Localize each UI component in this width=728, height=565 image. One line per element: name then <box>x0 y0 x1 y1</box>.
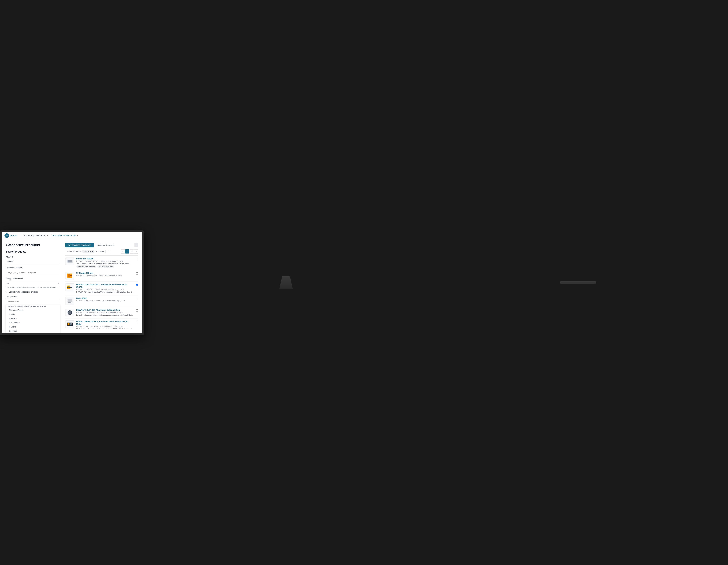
product-meta: DEWALT · DW896 · 76829 Product Matched A… <box>76 274 134 276</box>
logo[interactable]: aqadia <box>4 233 17 238</box>
results-header: CATEGORIZE PRODUCTS 1 Selected Products … <box>65 243 138 247</box>
navbar: aqadia PRODUCT MANAGEMENT ▾ CATEGORY MAN… <box>2 232 142 239</box>
pagination-row: 1-100 of 147 results 100/page 50/page 25… <box>65 249 138 253</box>
product-meta: DEWALT · DXH135HD · 76869 Product Matche… <box>76 300 134 302</box>
dropdown-item-caddy[interactable]: Caddy <box>6 312 60 317</box>
svg-rect-13 <box>68 299 72 302</box>
only-uncategorized-checkbox[interactable] <box>6 291 8 293</box>
product-checkbox-wrapper <box>136 284 138 287</box>
category-max-depth-label: Category Max Depth <box>6 277 60 280</box>
dropdown-item-spotnails[interactable]: Spotnails <box>6 329 60 333</box>
chevron-down-icon: ▾ <box>77 235 78 236</box>
categorize-products-button[interactable]: CATEGORIZE PRODUCTS <box>65 243 94 247</box>
only-uncategorized-label[interactable]: Only show uncategorized products <box>9 291 38 293</box>
product-desc: Large C4 micrograin carbide teeth are pr… <box>76 314 134 316</box>
category-max-depth-select[interactable]: 1 2 3 4 5 <box>6 281 60 286</box>
product-list: Punch for DW899 DEWALT · DW8997 · 76845 … <box>65 255 138 329</box>
svg-rect-4 <box>68 260 72 262</box>
product-image <box>65 284 74 291</box>
logo-icon <box>4 233 9 238</box>
product-checkbox-wrapper <box>136 258 138 261</box>
product-checkbox[interactable] <box>136 272 138 274</box>
product-checkbox-wrapper <box>136 272 138 275</box>
svg-rect-16 <box>70 303 71 303</box>
product-name: 16 Gauge Nibbler <box>76 272 134 274</box>
manufacturer-container: Manufacturers From Shown Products Black … <box>6 299 60 304</box>
nav-category-management[interactable]: CATEGORY MANAGEMENT ▾ <box>50 234 79 237</box>
deselect-button[interactable]: − <box>134 243 138 247</box>
page-2-button[interactable]: 2 <box>130 249 134 253</box>
dropdown-item-radians[interactable]: Radians <box>6 325 60 329</box>
nav-product-management[interactable]: PRODUCT MANAGEMENT ▾ <box>21 234 49 237</box>
product-desc: DEWALT 20 V max lithium ion 3/8 In. impa… <box>76 291 134 293</box>
product-item: DEWALT Hole Saw Kit, Standard Electricia… <box>65 319 138 329</box>
dropdown-item-black-decker[interactable]: Black and Decker <box>6 308 60 312</box>
page-title: Categorize Products <box>6 243 60 247</box>
product-checkbox[interactable] <box>136 310 138 312</box>
product-image <box>65 309 74 317</box>
chevron-down-icon: ▾ <box>47 235 48 236</box>
product-image <box>65 272 74 279</box>
product-info: Punch for DW899 DEWALT · DW8997 · 76845 … <box>76 257 134 268</box>
product-name: DEWALT 5-3/8" 30T Aluminum Cutting 20mm <box>76 309 134 311</box>
product-meta: DEWALT · DCF883L2 · 76853 Product Matche… <box>76 289 134 291</box>
manufacturer-label: Manufacturer <box>6 296 60 298</box>
product-tags: Manufacturer Categories Nibbler Attachme… <box>76 265 134 268</box>
product-desc: The DW8997 is a Punch for the DW899 Heav… <box>76 263 134 265</box>
product-list-scroll: Punch for DW899 DEWALT · DW8997 · 76845 … <box>65 255 138 329</box>
distributor-category-label: Distributor Category <box>6 266 60 269</box>
svg-rect-25 <box>70 325 71 326</box>
svg-rect-22 <box>68 323 69 326</box>
next-page-button[interactable]: › <box>134 249 138 253</box>
product-meta: DEWALT · DW7666 · 76847 Product Matched … <box>76 312 134 314</box>
category-max-depth-wrapper: 1 2 3 4 5 <box>6 281 60 286</box>
main-content: Categorize Products Search Products Keyw… <box>2 239 142 333</box>
category-max-depth-hint: Only include results that have been cate… <box>6 287 60 288</box>
logo-text: aqadia <box>10 234 17 237</box>
distributor-category-input[interactable] <box>6 270 60 275</box>
product-checkbox-wrapper <box>136 310 138 312</box>
selected-count: 1 Selected Products <box>96 244 114 246</box>
product-checkbox[interactable] <box>136 284 138 287</box>
dropdown-item-drill-america[interactable]: Drill America <box>6 321 60 325</box>
product-tag: Nibbler Attachments <box>97 265 114 268</box>
right-panel: CATEGORIZE PRODUCTS 1 Selected Products … <box>65 243 138 329</box>
go-to-page: Go to page <box>96 250 111 253</box>
svg-point-2 <box>7 235 7 236</box>
product-checkbox[interactable] <box>136 258 138 260</box>
svg-rect-23 <box>70 323 71 324</box>
svg-rect-9 <box>69 287 72 288</box>
product-item: DEWALT 20V Max* 3/8" Cordless Impact Wre… <box>65 281 138 295</box>
product-checkbox[interactable] <box>136 321 138 323</box>
svg-rect-15 <box>69 303 70 303</box>
product-info: DEWALT 5-3/8" 30T Aluminum Cutting 20mm … <box>76 309 134 316</box>
prev-page-button[interactable]: ‹ <box>121 249 125 253</box>
svg-point-11 <box>68 287 69 288</box>
category-max-depth-group: Category Max Depth 1 2 3 4 5 Only includ… <box>6 277 60 288</box>
product-image <box>65 257 74 265</box>
svg-point-20 <box>69 312 70 313</box>
product-info: DEWALT 20V Max* 3/8" Cordless Impact Wre… <box>76 284 134 293</box>
page-input[interactable] <box>105 250 111 253</box>
product-meta: DEWALT · DW8997 · 76845 Product Matched … <box>76 260 134 262</box>
dropdown-item-dewalt[interactable]: DEWALT <box>6 317 60 321</box>
product-image <box>65 297 74 305</box>
product-info: DXH135HD DEWALT · DXH135HD · 76869 Produ… <box>76 297 134 303</box>
product-image <box>65 321 74 328</box>
product-info: 16 Gauge Nibbler DEWALT · DW896 · 76829 … <box>76 272 134 277</box>
per-page-select[interactable]: 100/page 50/page 25/page <box>82 250 94 253</box>
keyword-input[interactable] <box>6 259 60 264</box>
keyword-label: Keyword <box>6 256 60 258</box>
manufacturer-dropdown: Manufacturers From Shown Products Black … <box>6 304 60 333</box>
product-checkbox-wrapper <box>136 321 138 324</box>
product-checkbox[interactable] <box>136 298 138 300</box>
svg-rect-6 <box>68 274 70 277</box>
manufacturer-input[interactable] <box>6 299 60 304</box>
page-1-button[interactable]: 1 <box>125 249 129 253</box>
dropdown-group-label: Manufacturers From Shown Products <box>6 305 60 308</box>
product-item: DEWALT 5-3/8" 30T Aluminum Cutting 20mm … <box>65 307 138 319</box>
product-item: Punch for DW899 DEWALT · DW8997 · 76845 … <box>65 255 138 270</box>
only-uncategorized-row: Only show uncategorized products <box>6 291 60 293</box>
nav-items: PRODUCT MANAGEMENT ▾ CATEGORY MANAGEMENT… <box>21 234 79 237</box>
product-name: DEWALT Hole Saw Kit, Standard Electricia… <box>76 321 134 325</box>
